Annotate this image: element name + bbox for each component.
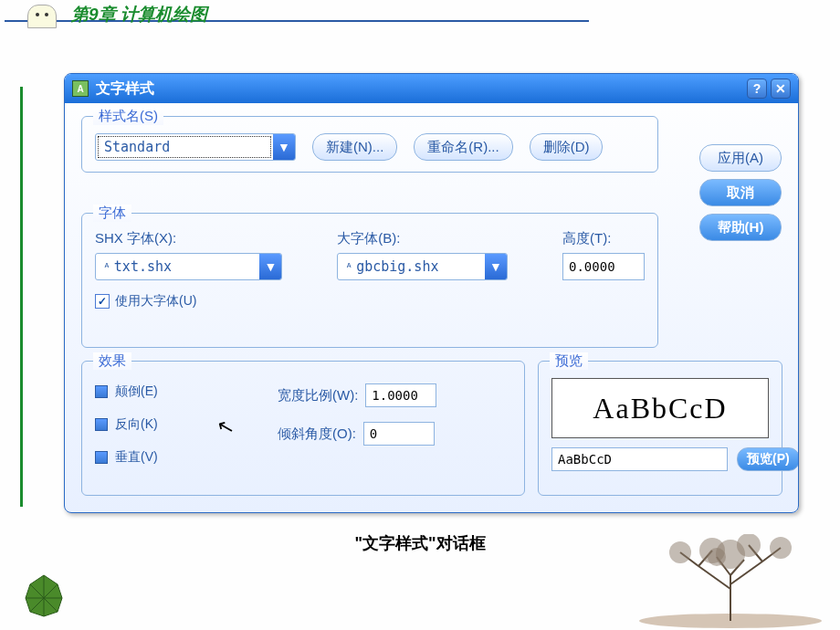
new-button[interactable]: 新建(N)... [312, 133, 397, 161]
mascot-icon [27, 5, 57, 28]
effects-group: 效果 颠倒(E) 反向(K) 垂直(V) [81, 361, 525, 496]
tree-decoration [630, 534, 831, 630]
shx-font-label: SHX 字体(X): [95, 230, 282, 247]
app-icon: A [72, 80, 89, 97]
style-name-legend: 样式名(S) [93, 108, 163, 125]
font-group: 字体 SHX 字体(X): ᴬtxt.shx ▼ 大字体(B): ᴬgbcbig… [81, 213, 658, 348]
height-input[interactable] [562, 253, 645, 280]
chevron-down-icon[interactable]: ▼ [259, 254, 281, 279]
dialog-title: 文字样式 [96, 79, 154, 99]
chevron-down-icon[interactable]: ▼ [273, 134, 295, 160]
upside-down-checkbox[interactable] [95, 385, 108, 398]
delete-button[interactable]: 删除(D) [530, 133, 604, 161]
preview-group: 预览 AaBbCcD 预览(P) [538, 361, 782, 496]
shx-font-value: txt.shx [114, 258, 172, 275]
leaf-decoration [16, 571, 71, 621]
width-factor-label: 宽度比例(W): [278, 387, 358, 404]
upside-down-label: 颠倒(E) [115, 383, 158, 400]
svg-point-1 [669, 541, 691, 563]
style-name-value: Standard [98, 136, 271, 158]
font-icon: ᴬ [103, 260, 110, 274]
big-font-label: 大字体(B): [337, 230, 508, 247]
help-button[interactable]: 帮助(H) [699, 214, 782, 241]
style-name-dropdown[interactable]: Standard ▼ [95, 133, 296, 161]
text-style-dialog: A 文字样式 ? ✕ 样式名(S) Standard ▼ 新建(N)... 重命… [64, 73, 799, 513]
preview-text-input[interactable] [551, 447, 728, 471]
chevron-down-icon[interactable]: ▼ [485, 254, 507, 279]
cancel-button[interactable]: 取消 [699, 179, 782, 206]
apply-button[interactable]: 应用(A) [699, 144, 782, 172]
chapter-title: 第9章 计算机绘图 [71, 3, 207, 26]
side-accent [20, 87, 23, 507]
shx-font-dropdown[interactable]: ᴬtxt.shx ▼ [95, 253, 282, 280]
vertical-label: 垂直(V) [115, 449, 158, 466]
backwards-label: 反向(K) [115, 416, 158, 433]
font-legend: 字体 [93, 205, 131, 222]
rename-button[interactable]: 重命名(R)... [414, 133, 512, 161]
big-font-value: gbcbig.shx [356, 258, 438, 275]
preview-button[interactable]: 预览(P) [737, 447, 799, 471]
oblique-angle-label: 倾斜角度(O): [278, 425, 356, 443]
font-icon: ᴬ [345, 260, 352, 274]
preview-legend: 预览 [550, 352, 588, 370]
preview-display: AaBbCcD [551, 378, 769, 438]
big-font-dropdown[interactable]: ᴬgbcbig.shx ▼ [337, 253, 508, 280]
use-big-font-label: 使用大字体(U) [115, 293, 196, 310]
style-name-group: 样式名(S) Standard ▼ 新建(N)... 重命名(R)... 删除(… [81, 116, 658, 173]
height-label: 高度(T): [562, 230, 645, 247]
effects-legend: 效果 [93, 352, 131, 370]
titlebar[interactable]: A 文字样式 ? ✕ [65, 74, 798, 103]
vertical-checkbox[interactable] [95, 451, 108, 464]
width-factor-input[interactable] [365, 383, 436, 407]
close-icon[interactable]: ✕ [771, 79, 791, 99]
help-icon[interactable]: ? [747, 79, 767, 99]
svg-point-6 [708, 548, 726, 566]
backwards-checkbox[interactable] [95, 418, 108, 431]
svg-point-5 [770, 537, 792, 559]
use-big-font-checkbox[interactable]: ✓ [95, 294, 110, 309]
svg-point-4 [737, 534, 761, 557]
oblique-angle-input[interactable] [363, 422, 435, 446]
